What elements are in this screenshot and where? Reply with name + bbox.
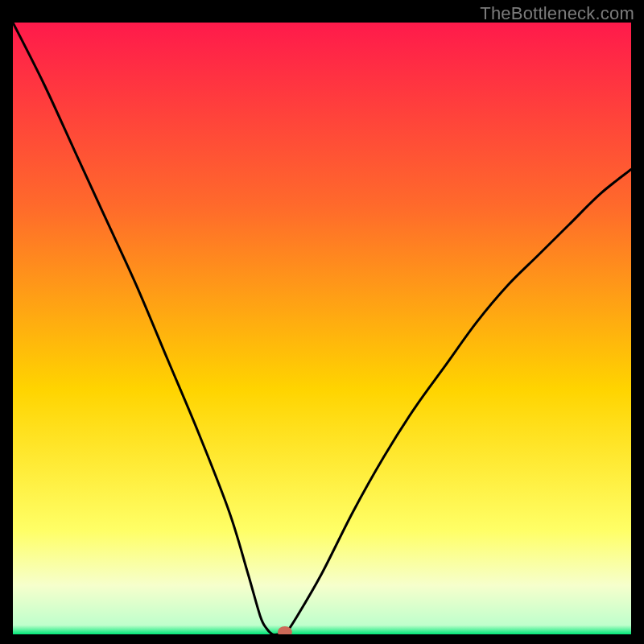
chart-frame: TheBottleneck.com [0,0,644,644]
chart-svg [13,23,631,634]
watermark-text: TheBottleneck.com [480,3,634,24]
plot-area [13,23,631,634]
gradient-background [13,23,631,634]
